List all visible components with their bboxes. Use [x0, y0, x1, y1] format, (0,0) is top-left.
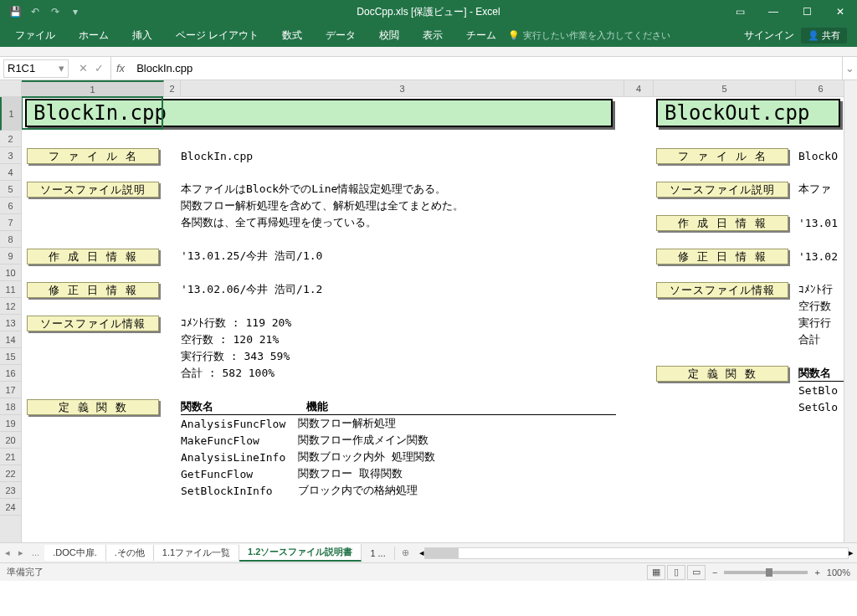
sheet-tab[interactable]: .DOC中扉.: [44, 545, 106, 561]
row-header[interactable]: 21: [0, 449, 21, 465]
sheet-nav-more-icon[interactable]: ...: [32, 547, 39, 558]
section-create-date[interactable]: 作 成 日 情 報: [27, 249, 159, 264]
data-cell[interactable]: 関数フロー解析処理を含めて、解析処理は全てまとめた。: [181, 198, 464, 214]
data-cell[interactable]: '13.01.25/今井 浩司/1.0: [181, 248, 322, 264]
chevron-down-icon[interactable]: ▾: [59, 62, 64, 74]
data-cell[interactable]: 実行行: [798, 315, 831, 331]
col-header[interactable]: 2: [164, 80, 181, 96]
func-name[interactable]: SetBlockInInfo: [181, 482, 273, 499]
formula-input[interactable]: [130, 57, 842, 80]
name-box[interactable]: R1C1 ▾: [3, 59, 69, 78]
tab-formulas[interactable]: 数式: [270, 23, 314, 47]
row-header[interactable]: 24: [0, 499, 21, 516]
row-header[interactable]: 20: [0, 432, 21, 449]
row-header[interactable]: 10: [0, 264, 21, 281]
section-src-info[interactable]: ソースファイル情報: [656, 282, 788, 298]
data-cell[interactable]: ｺﾒﾝﾄ行: [798, 281, 833, 298]
sheet-tab-active[interactable]: 1.2ソースファイル説明書: [239, 544, 362, 562]
tab-home[interactable]: ホーム: [67, 23, 121, 47]
cancel-formula-icon[interactable]: ✕: [79, 62, 88, 74]
data-cell[interactable]: 本ファイルはBlock外でのLine情報設定処理である。: [181, 181, 446, 198]
row-header[interactable]: 16: [0, 365, 21, 382]
page-layout-view-icon[interactable]: ▯: [667, 565, 685, 580]
row-header[interactable]: 19: [0, 415, 21, 432]
col-header[interactable]: 5: [654, 80, 796, 96]
add-sheet-icon[interactable]: ⊕: [395, 547, 416, 558]
data-cell[interactable]: 各関数は、全て再帰処理を使っている。: [181, 214, 377, 231]
tab-file[interactable]: ファイル: [3, 23, 67, 47]
fx-icon[interactable]: fx: [111, 62, 130, 74]
tab-page-layout[interactable]: ページ レイアウト: [164, 23, 270, 47]
ribbon-options-icon[interactable]: ▭: [723, 0, 757, 23]
minimize-icon[interactable]: —: [757, 0, 790, 23]
row-header[interactable]: 8: [0, 231, 21, 248]
row-header[interactable]: 11: [0, 281, 21, 298]
row-header[interactable]: 14: [0, 331, 21, 348]
maximize-icon[interactable]: ☐: [790, 0, 824, 23]
normal-view-icon[interactable]: ▦: [647, 565, 665, 580]
row-header[interactable]: 22: [0, 465, 21, 482]
row-header[interactable]: 3: [0, 147, 21, 164]
sheet-tab[interactable]: .その他: [106, 545, 154, 561]
row-header[interactable]: 4: [0, 164, 21, 181]
zoom-slider[interactable]: [724, 571, 808, 574]
data-cell[interactable]: 実行行数 : 343 59%: [181, 348, 290, 365]
save-icon[interactable]: 💾: [7, 3, 23, 20]
section-description[interactable]: ソースファイル説明: [656, 182, 788, 198]
expand-formula-icon[interactable]: ⌄: [842, 57, 857, 80]
table-header-name[interactable]: 関数名: [798, 365, 831, 382]
section-def-func[interactable]: 定 義 関 数: [656, 366, 788, 382]
tab-review[interactable]: 校閲: [367, 23, 411, 47]
sheet-nav-next-icon[interactable]: ▸: [18, 547, 23, 558]
tab-team[interactable]: チーム: [454, 23, 508, 47]
row-header[interactable]: 17: [0, 382, 21, 398]
tab-data[interactable]: データ: [314, 23, 367, 47]
share-button[interactable]: 👤 共有: [801, 28, 847, 44]
func-name[interactable]: GetFuncFlow: [181, 465, 253, 482]
sheet-tab[interactable]: 1.1ファイル一覧: [154, 545, 239, 561]
section-def-func[interactable]: 定 義 関 数: [27, 399, 159, 415]
tab-insert[interactable]: 挿入: [121, 23, 164, 47]
data-cell[interactable]: '13.02: [798, 248, 838, 264]
func-desc[interactable]: 関数フロー解析処理: [298, 415, 396, 432]
redo-icon[interactable]: ↷: [47, 3, 64, 20]
tell-me-search[interactable]: 💡 実行したい作業を入力してください: [508, 29, 670, 42]
section-description[interactable]: ソースファイル説明: [27, 182, 159, 198]
col-header[interactable]: 1: [22, 80, 164, 96]
data-cell[interactable]: 空行数 : 120 21%: [181, 331, 279, 348]
table-header-name[interactable]: 関数名: [181, 398, 213, 415]
row-header[interactable]: 2: [0, 131, 21, 147]
data-cell[interactable]: 合計 : 582 100%: [181, 365, 275, 382]
tab-view[interactable]: 表示: [411, 23, 454, 47]
func-name[interactable]: AnalysisFuncFlow: [181, 415, 285, 432]
func-desc[interactable]: 関数フロー作成メイン関数: [298, 432, 428, 449]
undo-icon[interactable]: ↶: [27, 3, 44, 20]
page-break-view-icon[interactable]: ▭: [687, 565, 706, 580]
zoom-out-icon[interactable]: −: [712, 567, 717, 578]
qat-dropdown-icon[interactable]: ▾: [67, 3, 84, 20]
row-header[interactable]: 9: [0, 248, 21, 264]
data-cell[interactable]: '13.01: [798, 214, 838, 231]
zoom-in-icon[interactable]: +: [814, 567, 819, 578]
data-cell[interactable]: BlockIn.cpp: [181, 147, 253, 164]
row-header[interactable]: 18: [0, 398, 21, 415]
sheet-tab[interactable]: 1 ...: [362, 547, 394, 560]
func-desc[interactable]: 関数フロー 取得関数: [298, 465, 403, 482]
section-modify-date[interactable]: 修 正 日 情 報: [27, 282, 159, 298]
scroll-right-icon[interactable]: ▸: [849, 547, 854, 558]
accept-formula-icon[interactable]: ✓: [95, 62, 104, 74]
zoom-level[interactable]: 100%: [827, 567, 850, 578]
section-filename[interactable]: フ ァ イ ル 名: [27, 148, 159, 164]
func-name[interactable]: SetBlo: [798, 382, 838, 398]
row-header[interactable]: 1: [0, 97, 21, 131]
func-desc[interactable]: ブロック内での格納処理: [298, 482, 418, 499]
data-cell[interactable]: '13.02.06/今井 浩司/1.2: [181, 281, 322, 298]
func-name[interactable]: SetGlo: [798, 398, 838, 415]
data-cell[interactable]: 本ファ: [798, 181, 831, 198]
file-header-blockin[interactable]: BlockIn.cpp: [25, 99, 613, 127]
row-header[interactable]: 23: [0, 482, 21, 499]
file-header-blockout[interactable]: BlockOut.cpp: [656, 99, 840, 127]
func-name[interactable]: MakeFuncFlow: [181, 432, 259, 449]
data-cell[interactable]: 空行数: [798, 298, 831, 315]
section-filename[interactable]: フ ァ イ ル 名: [656, 148, 788, 164]
